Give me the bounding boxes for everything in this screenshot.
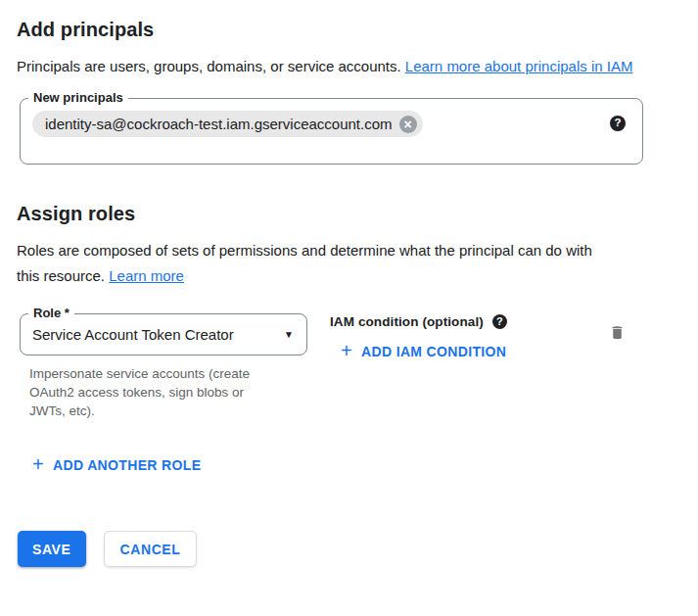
cancel-button[interactable]: CANCEL (104, 531, 198, 567)
new-principals-label: New principals (28, 90, 128, 106)
assign-roles-description: Roles are composed of sets of permission… (17, 242, 592, 284)
add-another-role-label: ADD ANOTHER ROLE (53, 457, 201, 473)
learn-more-principals-link[interactable]: Learn more about principals in IAM (405, 58, 633, 74)
delete-role-button[interactable] (607, 321, 628, 344)
add-iam-condition-button[interactable]: + ADD IAM CONDITION (341, 342, 506, 361)
role-label: Role * (28, 306, 74, 321)
add-iam-condition-label: ADD IAM CONDITION (361, 344, 506, 359)
role-helper-text: Impersonate service accounts (create OAu… (29, 364, 269, 420)
dropdown-arrow-icon: ▼ (284, 330, 294, 340)
iam-condition-column: IAM condition (optional) ? + ADD IAM CON… (330, 313, 607, 362)
role-selected-value: Service Account Token Creator (32, 326, 234, 343)
footer-actions: SAVE CANCEL (18, 531, 682, 567)
principal-chip[interactable]: identity-sa@cockroach-test.iam.gservicea… (32, 111, 423, 137)
learn-more-roles-link[interactable]: Learn more (109, 267, 184, 284)
save-button[interactable]: SAVE (18, 531, 86, 567)
role-column: Role * Service Account Token Creator ▼ I… (20, 313, 307, 420)
principals-help-icon[interactable]: ? (610, 116, 626, 131)
assign-roles-text: Roles are composed of sets of permission… (17, 238, 608, 289)
plus-icon: + (341, 341, 352, 360)
assign-roles-title: Assign roles (17, 202, 682, 225)
role-dropdown[interactable]: Role * Service Account Token Creator ▼ (20, 313, 307, 355)
principal-chip-text: identity-sa@cockroach-test.iam.gservicea… (45, 116, 393, 132)
new-principals-field[interactable]: New principals identity-sa@cockroach-tes… (20, 98, 643, 165)
page-title: Add principals (17, 18, 682, 41)
add-principals-panel: Add principals Principals are users, gro… (0, 0, 698, 616)
intro-text: Principals are users, groups, domains, o… (17, 54, 633, 79)
iam-condition-help-icon[interactable]: ? (492, 314, 507, 329)
role-row: Role * Service Account Token Creator ▼ I… (17, 313, 682, 420)
iam-condition-label: IAM condition (optional) (330, 314, 484, 329)
plus-icon: + (32, 454, 44, 474)
delete-icon (609, 330, 626, 345)
iam-condition-label-row: IAM condition (optional) ? (330, 314, 607, 329)
intro-description: Principals are users, groups, domains, o… (17, 58, 405, 74)
add-another-role-button[interactable]: + ADD ANOTHER ROLE (32, 455, 201, 475)
chip-remove-icon[interactable]: × (399, 116, 417, 133)
